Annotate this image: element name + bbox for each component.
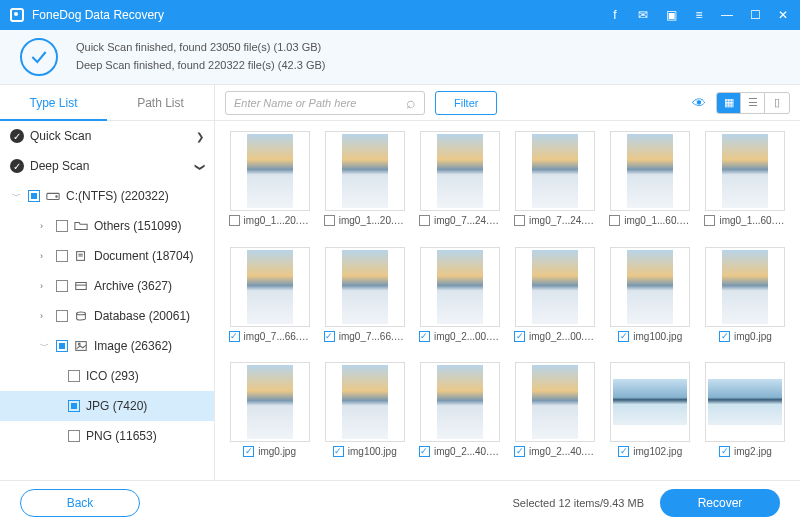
app-title: FoneDog Data Recovery	[32, 8, 608, 22]
thumbnail-item[interactable]: img0.jpg	[225, 362, 314, 470]
checkbox-icon[interactable]	[56, 280, 68, 292]
checkbox-icon[interactable]	[514, 331, 525, 342]
checkbox-icon[interactable]	[419, 331, 430, 342]
tree-jpg[interactable]: JPG (7420)	[0, 391, 214, 421]
preview-icon[interactable]: 👁	[692, 95, 706, 111]
thumbnail-item[interactable]: img102.jpg	[606, 362, 695, 470]
checkbox-icon[interactable]	[243, 446, 254, 457]
tree-png[interactable]: PNG (11653)	[0, 421, 214, 451]
document-icon	[74, 250, 88, 262]
tree-others[interactable]: › Others (151099)	[0, 211, 214, 241]
thumbnail-item[interactable]: img100.jpg	[320, 362, 409, 470]
thumbnail-item[interactable]: img0_7...24.jpg	[415, 131, 504, 239]
thumbnail-item[interactable]: img0_1...20.jpg	[320, 131, 409, 239]
checkbox-icon[interactable]	[56, 340, 68, 352]
thumbnail-item[interactable]: img0_7...66.jpg	[225, 247, 314, 355]
folder-icon	[74, 220, 88, 232]
tree-quick-scan[interactable]: ✓ Quick Scan ❯	[0, 121, 214, 151]
thumbnail-image	[230, 247, 310, 327]
footer: Back Selected 12 items/9.43 MB Recover	[0, 480, 800, 524]
checkbox-icon[interactable]	[324, 215, 335, 226]
thumbnail-image	[420, 131, 500, 211]
checkbox-icon[interactable]	[514, 446, 525, 457]
tree-deep-scan[interactable]: ✓ Deep Scan ❯	[0, 151, 214, 181]
checkbox-icon[interactable]	[324, 331, 335, 342]
filter-button[interactable]: Filter	[435, 91, 497, 115]
menu-icon[interactable]: ≡	[692, 8, 706, 22]
scan-complete-icon	[20, 38, 58, 76]
checkbox-icon[interactable]	[56, 310, 68, 322]
maximize-icon[interactable]: ☐	[748, 8, 762, 22]
tree-ico[interactable]: ICO (293)	[0, 361, 214, 391]
tree-database[interactable]: › Database (20061)	[0, 301, 214, 331]
search-box[interactable]: ⌕	[225, 91, 425, 115]
thumbnail-item[interactable]: img100.jpg	[606, 247, 695, 355]
checkbox-icon[interactable]	[28, 190, 40, 202]
checkbox-icon[interactable]	[56, 250, 68, 262]
back-button[interactable]: Back	[20, 489, 140, 517]
app-logo-icon	[10, 8, 24, 22]
thumbnail-image	[610, 362, 690, 442]
thumbnail-item[interactable]: img0_7...66.jpg	[320, 247, 409, 355]
checkbox-icon[interactable]	[333, 446, 344, 457]
tree-archive[interactable]: › Archive (3627)	[0, 271, 214, 301]
checkbox-icon[interactable]	[68, 400, 80, 412]
checkbox-icon[interactable]	[618, 331, 629, 342]
thumbnail-item[interactable]: img0.jpg	[701, 247, 790, 355]
thumbnail-item[interactable]: img0_2...40.jpg	[510, 362, 599, 470]
tab-type-list[interactable]: Type List	[0, 85, 107, 120]
drive-icon	[46, 190, 60, 202]
thumbnail-image	[610, 131, 690, 211]
file-name: img0_7...66.jpg	[339, 331, 406, 342]
checkbox-icon[interactable]	[68, 430, 80, 442]
thumbnail-item[interactable]: img2.jpg	[701, 362, 790, 470]
checkbox-icon[interactable]	[514, 215, 525, 226]
selection-info: Selected 12 items/9.43 MB	[513, 497, 644, 509]
checkbox-icon[interactable]	[229, 331, 240, 342]
search-input[interactable]	[234, 97, 400, 109]
tree-drive[interactable]: ﹀ C:(NTFS) (220322)	[0, 181, 214, 211]
chevron-right-icon: ›	[40, 281, 50, 291]
svg-point-7	[77, 312, 86, 315]
checkbox-icon[interactable]	[56, 220, 68, 232]
checkbox-icon[interactable]	[419, 446, 430, 457]
file-name: img0_1...60.jpg	[719, 215, 786, 226]
save-icon[interactable]: ▣	[664, 8, 678, 22]
checkbox-icon[interactable]	[719, 331, 730, 342]
chevron-right-icon: ›	[40, 221, 50, 231]
file-name: img0_2...00.jpg	[434, 331, 501, 342]
checkbox-icon[interactable]	[719, 446, 730, 457]
thumbnail-item[interactable]: img0_2...40.jpg	[415, 362, 504, 470]
checkbox-icon[interactable]	[68, 370, 80, 382]
thumbnail-image	[515, 362, 595, 442]
checkbox-icon[interactable]	[704, 215, 715, 226]
tab-path-list[interactable]: Path List	[107, 85, 214, 120]
thumbnail-item[interactable]: img0_1...20.jpg	[225, 131, 314, 239]
thumbnail-item[interactable]: img0_7...24.jpg	[510, 131, 599, 239]
tree-image[interactable]: ﹀ Image (26362)	[0, 331, 214, 361]
view-detail-icon[interactable]: ▯	[765, 93, 789, 113]
close-icon[interactable]: ✕	[776, 8, 790, 22]
search-icon[interactable]: ⌕	[406, 94, 416, 112]
tree-document[interactable]: › Document (18704)	[0, 241, 214, 271]
view-grid-icon[interactable]: ▦	[717, 93, 741, 113]
thumbnail-item[interactable]: img0_1...60.jpg	[701, 131, 790, 239]
view-list-icon[interactable]: ☰	[741, 93, 765, 113]
thumbnail-item[interactable]: img0_2...00.jpg	[415, 247, 504, 355]
thumbnail-item[interactable]: img0_2...00.jpg	[510, 247, 599, 355]
share-facebook-icon[interactable]: f	[608, 8, 622, 22]
thumbnail-image	[610, 247, 690, 327]
feedback-icon[interactable]: ✉	[636, 8, 650, 22]
checkbox-icon[interactable]	[618, 446, 629, 457]
thumbnail-image	[705, 362, 785, 442]
checkbox-icon[interactable]	[419, 215, 430, 226]
file-name: img0_1...60.jpg	[624, 215, 691, 226]
file-name: img0_2...40.jpg	[529, 446, 596, 457]
checkbox-icon[interactable]	[229, 215, 240, 226]
thumbnail-item[interactable]: img0_1...60.jpg	[606, 131, 695, 239]
thumbnail-image	[325, 247, 405, 327]
check-dot-icon: ✓	[10, 159, 24, 173]
minimize-icon[interactable]: —	[720, 8, 734, 22]
checkbox-icon[interactable]	[609, 215, 620, 226]
recover-button[interactable]: Recover	[660, 489, 780, 517]
